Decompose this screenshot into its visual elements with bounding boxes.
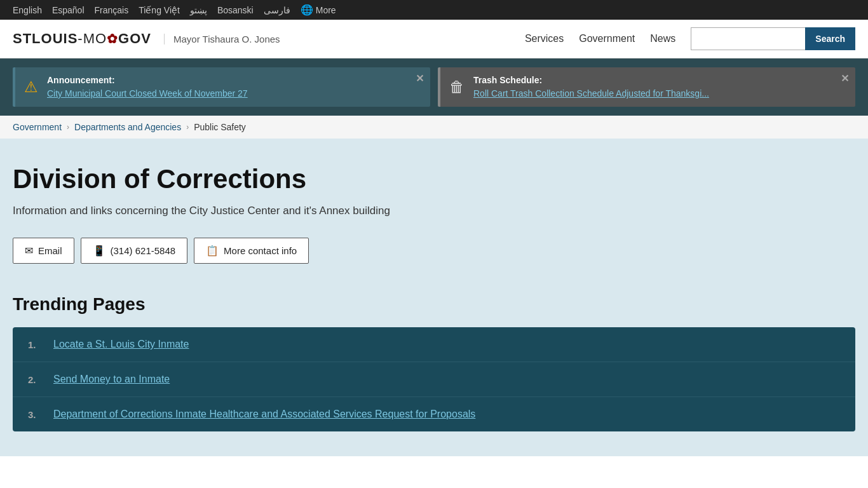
logo-text: STLOUIS-MO✿GOV [13, 30, 151, 47]
language-bar: English Español Français Tiếng Việt پښتو… [0, 0, 868, 20]
close-announcement-2[interactable]: ✕ [841, 72, 849, 85]
logo-stlouis: STLOUIS [13, 30, 78, 46]
contact-buttons: ✉ Email 📱 (314) 621-5848 📋 More contact … [13, 238, 855, 264]
warning-icon: ⚠ [24, 78, 38, 96]
search-form: Search [691, 27, 855, 50]
breadcrumb-sep-1: › [67, 123, 69, 132]
search-input[interactable] [691, 27, 805, 50]
fleur-de-lis-icon: ✿ [107, 32, 118, 46]
email-button[interactable]: ✉ Email [13, 238, 74, 264]
trending-link-2[interactable]: Send Money to an Inmate [53, 374, 170, 385]
trending-num-3: 3. [28, 409, 43, 420]
close-announcement-1[interactable]: ✕ [416, 72, 424, 85]
main-nav: Services Government News Search [525, 27, 855, 50]
lang-tieng-viet[interactable]: Tiếng Việt [139, 5, 180, 15]
trending-item-1: 1. Locate a St. Louis City Inmate [13, 327, 855, 362]
trending-item-3: 3. Department of Corrections Inmate Heal… [13, 397, 855, 431]
breadcrumb-sep-2: › [186, 123, 189, 132]
page-title: Division of Corrections [13, 164, 855, 194]
site-logo[interactable]: STLOUIS-MO✿GOV [13, 30, 151, 47]
trending-title: Trending Pages [13, 294, 855, 315]
announcement-card-2: 🗑 Trash Schedule: Roll Cart Trash Collec… [438, 67, 855, 107]
contact-card-icon: 📋 [206, 245, 219, 257]
breadcrumb-current: Public Safety [194, 122, 246, 132]
logo-gov: GOV [118, 30, 151, 46]
site-header: STLOUIS-MO✿GOV Mayor Tishaura O. Jones S… [0, 20, 868, 58]
announcements-bar: ⚠ Announcement: City Municipal Court Clo… [0, 58, 868, 116]
lang-english[interactable]: English [13, 5, 42, 15]
announcement-title-2: Trash Schedule: [473, 75, 709, 85]
trash-icon: 🗑 [449, 78, 465, 96]
breadcrumb-government[interactable]: Government [13, 122, 62, 132]
more-languages-label: More [316, 5, 336, 15]
trending-num-2: 2. [28, 374, 43, 385]
phone-icon: 📱 [93, 245, 105, 257]
phone-button[interactable]: 📱 (314) 621-5848 [81, 238, 188, 264]
trending-num-1: 1. [28, 339, 43, 350]
announcement-card-1: ⚠ Announcement: City Municipal Court Clo… [13, 67, 430, 107]
trending-link-1[interactable]: Locate a St. Louis City Inmate [53, 339, 189, 350]
translate-icon: 🌐 [301, 4, 313, 16]
announcement-title-1: Announcement: [47, 75, 248, 85]
more-contact-button[interactable]: 📋 More contact info [194, 238, 309, 264]
nav-news[interactable]: News [650, 33, 675, 44]
trending-item-2: 2. Send Money to an Inmate [13, 362, 855, 397]
lang-francais[interactable]: Français [95, 5, 129, 15]
breadcrumb: Government › Departments and Agencies › … [0, 116, 868, 139]
more-contact-label: More contact info [224, 245, 297, 256]
email-label: Email [38, 245, 62, 256]
trending-list: 1. Locate a St. Louis City Inmate 2. Sen… [13, 327, 855, 431]
nav-services[interactable]: Services [525, 33, 564, 44]
lang-bosanski[interactable]: Bosanski [217, 5, 254, 15]
announcement-content-1: Announcement: City Municipal Court Close… [47, 75, 248, 99]
trending-section: Trending Pages 1. Locate a St. Louis Cit… [13, 294, 855, 431]
trending-link-3[interactable]: Department of Corrections Inmate Healthc… [53, 409, 475, 420]
phone-label: (314) 621-5848 [111, 245, 176, 256]
main-content: Division of Corrections Information and … [0, 139, 868, 456]
lang-pashto[interactable]: پښتو [190, 5, 207, 15]
breadcrumb-departments[interactable]: Departments and Agencies [74, 122, 181, 132]
more-languages-button[interactable]: 🌐 More [301, 4, 336, 16]
lang-farsi[interactable]: فارسی [264, 5, 290, 15]
page-subtitle: Information and links concerning the Cit… [13, 205, 855, 217]
logo-mo: -MO [78, 30, 107, 46]
announcement-content-2: Trash Schedule: Roll Cart Trash Collecti… [473, 75, 709, 99]
nav-government[interactable]: Government [579, 33, 635, 44]
announcement-link-2[interactable]: Roll Cart Trash Collection Schedule Adju… [473, 88, 709, 98]
search-button[interactable]: Search [805, 27, 855, 50]
announcement-link-1[interactable]: City Municipal Court Closed Week of Nove… [47, 88, 248, 98]
mayor-name: Mayor Tishaura O. Jones [164, 34, 280, 44]
email-icon: ✉ [25, 245, 33, 257]
lang-espanol[interactable]: Español [52, 5, 85, 15]
